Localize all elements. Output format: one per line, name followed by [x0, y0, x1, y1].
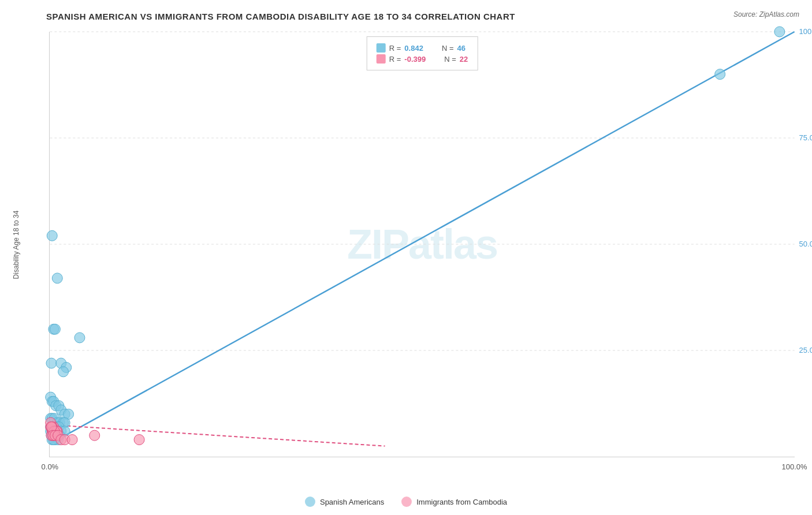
svg-text:25.0%: 25.0% [799, 346, 812, 354]
svg-point-20 [75, 333, 85, 343]
svg-line-10 [50, 32, 794, 444]
legend-swatch-2 [377, 54, 386, 64]
legend-row-2: R = -0.399 N = 22 [377, 54, 468, 64]
svg-point-57 [715, 69, 725, 80]
legend-cambodia: Immigrants from Cambodia [401, 497, 507, 507]
legend-box: R = 0.842 N = 46 R = -0.399 N = 22 [367, 36, 478, 70]
legend-r-label-2: R = [389, 55, 401, 64]
svg-text:75.0%: 75.0% [799, 133, 812, 142]
svg-point-67 [134, 435, 144, 445]
source-label: Source: ZipAtlas.com [733, 10, 799, 18]
label-spanish: Spanish Americans [320, 498, 384, 506]
svg-point-66 [90, 430, 100, 441]
legend-n-value-1: 46 [457, 44, 465, 53]
svg-text:50.0%: 50.0% [799, 240, 812, 248]
bottom-legend: Spanish Americans Immigrants from Cambod… [305, 497, 507, 507]
legend-spanish-americans: Spanish Americans [305, 497, 384, 507]
label-cambodia: Immigrants from Cambodia [416, 498, 507, 506]
legend-n-label-2: N = [444, 55, 456, 64]
svg-point-79 [67, 435, 77, 445]
scatter-plot: 100.0%75.0%50.0%25.0%0.0%100.0% [50, 32, 795, 457]
chart-plot-area: ZIPatlas R = 0.842 N = 46 R = -0.399 N =… [49, 32, 795, 457]
legend-n-value-2: 22 [460, 55, 468, 64]
svg-point-56 [774, 27, 785, 37]
y-axis-label: Disability Age 18 to 34 [10, 32, 22, 457]
legend-r-label-1: R = [389, 44, 401, 53]
svg-point-13 [52, 273, 62, 283]
svg-line-11 [50, 425, 385, 446]
legend-swatch-1 [377, 43, 386, 53]
svg-text:100.0%: 100.0% [799, 27, 812, 36]
svg-text:0.0%: 0.0% [42, 462, 59, 471]
chart-container: SPANISH AMERICAN VS IMMIGRANTS FROM CAMB… [0, 0, 812, 515]
svg-text:100.0%: 100.0% [782, 462, 807, 471]
legend-row-1: R = 0.842 N = 46 [377, 43, 468, 53]
swatch-cambodia [401, 497, 412, 507]
svg-point-15 [50, 324, 60, 334]
legend-r-value-1: 0.842 [404, 44, 423, 53]
chart-title: SPANISH AMERICAN VS IMMIGRANTS FROM CAMB… [12, 12, 800, 21]
swatch-spanish [305, 497, 315, 507]
legend-r-value-2: -0.399 [404, 55, 426, 64]
svg-point-19 [58, 367, 69, 377]
svg-point-12 [47, 230, 57, 241]
svg-point-16 [46, 358, 57, 368]
legend-n-label-1: N = [442, 44, 454, 53]
